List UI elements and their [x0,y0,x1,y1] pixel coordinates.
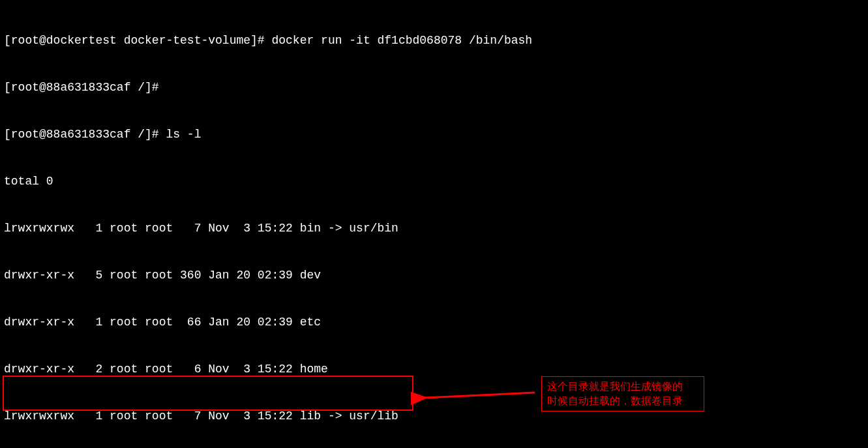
prompt-line-1: [root@dockertest docker-test-volume]# do… [4,33,864,48]
command-3: ls -l [166,128,201,141]
command-1: docker run -it df1cbd068078 /bin/bash [271,34,532,47]
listing-row: drwxr-xr-x 2 root root 6 Nov 3 15:22 hom… [4,361,864,377]
prompt-user-2: [root@88a631833caf /]# [4,81,166,94]
listing-row: drwxr-xr-x 1 root root 66 Jan 20 02:39 e… [4,314,864,330]
terminal-window[interactable]: [root@dockertest docker-test-volume]# do… [0,0,868,448]
total-line: total 0 [4,173,864,189]
annotation-line-2: 时候自动挂载的，数据卷目录 [547,394,698,408]
listing-row: drwxr-xr-x 5 root root 360 Jan 20 02:39 … [4,267,864,283]
annotation-callout: 这个目录就是我们生成镜像的 时候自动挂载的，数据卷目录 [541,376,704,411]
prompt-line-3: [root@88a631833caf /]# ls -l [4,127,864,142]
prompt-line-2: [root@88a631833caf /]# [4,80,864,95]
listing-row: lrwxrwxrwx 1 root root 7 Nov 3 15:22 bin… [4,220,864,236]
prompt-user-1: [root@dockertest docker-test-volume]# [4,34,271,47]
prompt-user-3: [root@88a631833caf /]# [4,128,166,141]
annotation-line-1: 这个目录就是我们生成镜像的 [547,380,698,394]
listing-row: lrwxrwxrwx 1 root root 7 Nov 3 15:22 lib… [4,408,864,424]
